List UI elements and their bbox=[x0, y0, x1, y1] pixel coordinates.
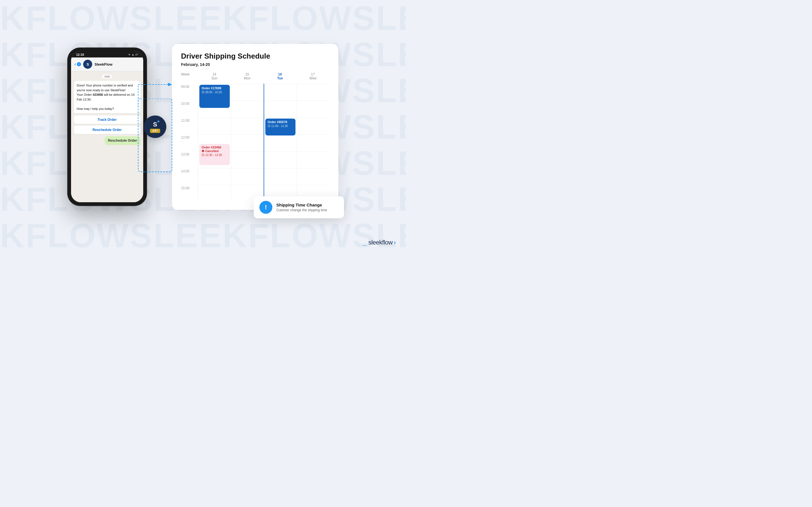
hour-line bbox=[231, 117, 264, 118]
hour-line bbox=[264, 185, 297, 185]
time-1400: 14:00 bbox=[181, 168, 198, 185]
logo-underscore: _ bbox=[363, 238, 366, 247]
time-1000: 10:00 bbox=[181, 101, 198, 117]
cal-col-mon bbox=[231, 83, 264, 202]
time-1500: 15:00 bbox=[181, 185, 198, 202]
hour-line bbox=[264, 101, 297, 101]
time-0900: 09:00 bbox=[181, 83, 198, 101]
event-time: 09:00 - 10:20 bbox=[202, 91, 227, 94]
hour-line bbox=[231, 185, 264, 185]
phone-time: 12:33 bbox=[76, 53, 84, 56]
phone-notch bbox=[94, 51, 120, 57]
schedule-date: February, 14-20 bbox=[181, 62, 329, 67]
svg-rect-1 bbox=[138, 99, 172, 172]
back-button[interactable]: ‹ bbox=[74, 62, 76, 67]
hour-line bbox=[264, 117, 297, 118]
cal-col-wed bbox=[297, 83, 329, 202]
clock-icon bbox=[267, 124, 270, 127]
calendar-grid: 09:00 10:00 11:00 12:00 13:00 14:00 15:0… bbox=[181, 83, 329, 202]
hour-line bbox=[297, 83, 329, 84]
time-1200: 12:00 bbox=[181, 134, 198, 151]
hour-line bbox=[231, 134, 264, 135]
hour-line bbox=[297, 117, 329, 118]
sleekflow-logo: _ sleekflow › bbox=[363, 238, 396, 247]
contact-name: SleekFlow bbox=[94, 62, 112, 66]
hour-line bbox=[231, 168, 264, 168]
hour-line bbox=[198, 83, 231, 84]
day-header-wed: 17 Wed bbox=[297, 72, 329, 82]
time-labels: 09:00 10:00 11:00 12:00 13:00 14:00 15:0… bbox=[181, 83, 198, 202]
reschedule-order-button[interactable]: Reschedule Order bbox=[74, 126, 140, 134]
main-content: 12:33 ✈ ▲ 27 ‹ 2 S Sleek bbox=[0, 0, 406, 253]
event-time: 12:30 - 13:30 bbox=[202, 154, 227, 157]
hour-line bbox=[297, 134, 329, 135]
whatsapp-header: ‹ 2 S SleekFlow bbox=[71, 57, 143, 71]
clock-icon bbox=[202, 91, 204, 94]
message-timestamp: now bbox=[74, 73, 140, 78]
calendar-header: Week 14 Sun 15 Mon 16 Tue 17 Wed bbox=[181, 72, 329, 82]
event-title: Order #23456 bbox=[202, 146, 227, 149]
track-order-button[interactable]: Track Order bbox=[74, 115, 140, 124]
hour-line bbox=[264, 83, 297, 84]
unread-badge: 2 bbox=[77, 62, 81, 66]
time-1300: 13:00 bbox=[181, 151, 198, 168]
week-label: Week bbox=[181, 72, 198, 82]
cancelled-badge: ! Cancelled bbox=[202, 150, 227, 153]
api-connector: S▶ API bbox=[144, 115, 166, 138]
notification-card: ! Shipping Time Change Cutomer change th… bbox=[254, 196, 344, 218]
user-message-container: Reschedule Order bbox=[74, 136, 140, 145]
logo-text: sleekflow bbox=[368, 239, 393, 246]
hour-line bbox=[231, 151, 264, 152]
warning-icon: ! bbox=[202, 150, 204, 152]
hour-line bbox=[231, 83, 264, 84]
svg-text:!: ! bbox=[203, 150, 203, 152]
schedule-title: Driver Shipping Schedule bbox=[181, 52, 329, 61]
action-buttons: Track Order Reschedule Order bbox=[74, 115, 140, 134]
cal-col-sun: Order #17899 09:00 - 10:20 Order #23456 … bbox=[198, 83, 231, 202]
notification-subtitle: Cutomer change the shpping time bbox=[276, 208, 327, 212]
event-65578[interactable]: Order #65578 11:00 - 11:30 bbox=[265, 119, 296, 135]
hour-line bbox=[297, 168, 329, 168]
notification-icon: ! bbox=[259, 201, 272, 214]
notification-content: Shipping Time Change Cutomer change the … bbox=[276, 203, 327, 212]
hour-line bbox=[231, 101, 264, 101]
time-1100: 11:00 bbox=[181, 117, 198, 134]
hour-line bbox=[297, 151, 329, 152]
dotted-box bbox=[133, 99, 177, 183]
bot-message-bubble: Done! Your phone number is verified and … bbox=[74, 81, 140, 113]
hour-line bbox=[297, 185, 329, 185]
clock-icon bbox=[202, 154, 204, 156]
hour-line bbox=[297, 101, 329, 101]
hour-line bbox=[198, 117, 231, 118]
airplane-icon: ✈ bbox=[128, 53, 131, 56]
svg-marker-0 bbox=[168, 83, 172, 86]
event-23456[interactable]: Order #23456 ! Cancelled 12:30 - 13:30 bbox=[199, 144, 230, 165]
event-17899[interactable]: Order #17899 09:00 - 10:20 bbox=[199, 85, 230, 108]
hour-line bbox=[264, 151, 297, 152]
hour-line bbox=[198, 168, 231, 168]
event-title: Order #65578 bbox=[267, 120, 293, 124]
notification-title: Shipping Time Change bbox=[276, 203, 327, 207]
cal-col-tue: Order #65578 11:00 - 11:30 bbox=[264, 83, 297, 202]
event-time: 11:00 - 11:30 bbox=[267, 124, 293, 128]
schedule-panel: Driver Shipping Schedule February, 14-20… bbox=[172, 44, 338, 210]
contact-avatar: S bbox=[83, 60, 92, 69]
wifi-icon: ▲ bbox=[132, 53, 134, 56]
api-s-letter: S▶ bbox=[153, 121, 157, 128]
hour-line bbox=[198, 185, 231, 185]
battery-icon: 27 bbox=[135, 53, 138, 56]
logo-arrow: › bbox=[394, 239, 396, 246]
hour-line bbox=[264, 168, 297, 168]
hour-line bbox=[198, 134, 231, 135]
event-title: Order #17899 bbox=[202, 87, 227, 90]
day-header-tue: 16 Tue bbox=[264, 72, 297, 82]
day-header-sun: 14 Sun bbox=[198, 72, 231, 82]
phone-status-icons: ✈ ▲ 27 bbox=[128, 53, 138, 56]
day-header-mon: 15 Mon bbox=[231, 72, 264, 82]
